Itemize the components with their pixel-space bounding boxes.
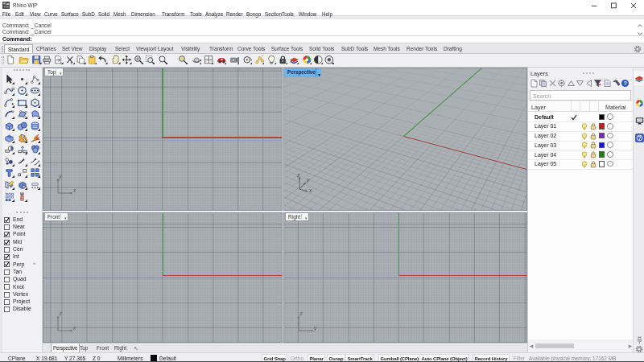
svg-text:y: y bbox=[306, 177, 310, 183]
svg-text:x: x bbox=[72, 324, 76, 330]
svg-text:z: z bbox=[299, 311, 303, 316]
svg-text:?: ? bbox=[638, 135, 641, 141]
svg-text:y: y bbox=[59, 173, 63, 179]
svg-text:x: x bbox=[72, 187, 76, 193]
svg-text:x: x bbox=[308, 187, 312, 192]
svg-text:z: z bbox=[59, 311, 63, 316]
svg-text:y: y bbox=[313, 324, 317, 331]
svg-text:?: ? bbox=[624, 80, 628, 87]
